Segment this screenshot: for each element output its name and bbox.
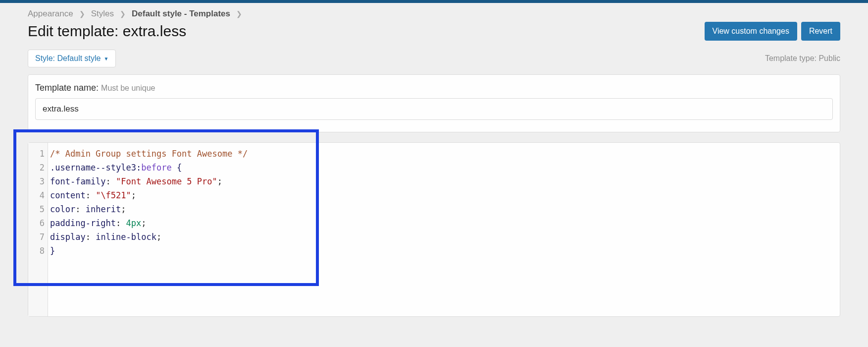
breadcrumb-appearance[interactable]: Appearance (28, 9, 73, 19)
line-number: 4 (28, 188, 45, 202)
code-body[interactable]: /* Admin Group settings Font Awesome */ … (48, 143, 248, 316)
view-custom-changes-button[interactable]: View custom changes (705, 22, 797, 41)
code-line: .username--style3:before { (50, 161, 248, 174)
code-line: } (50, 244, 248, 258)
code-line: content: "\f521"; (50, 188, 248, 202)
code-line: padding-right: 4px; (50, 216, 248, 230)
line-number: 7 (28, 230, 45, 244)
code-editor-panel: 1 2 3 4 5 6 7 8 /* Admin Group settings … (28, 142, 840, 317)
chevron-right-icon: ❯ (79, 10, 85, 18)
line-number: 2 (28, 161, 45, 174)
line-number: 8 (28, 244, 45, 258)
page-title: Edit template: extra.less (28, 23, 186, 40)
template-name-label: Template name: (35, 83, 99, 93)
breadcrumb-styles[interactable]: Styles (91, 9, 114, 19)
code-line: color: inherit; (50, 202, 248, 216)
template-type-label: Template type: Public (765, 54, 840, 63)
code-editor[interactable]: 1 2 3 4 5 6 7 8 /* Admin Group settings … (28, 143, 840, 316)
chevron-right-icon: ❯ (236, 10, 242, 18)
line-number: 3 (28, 174, 45, 188)
caret-down-icon: ▼ (104, 56, 109, 61)
style-selector-label: Style: Default style (35, 54, 101, 63)
template-name-panel: Template name: Must be unique (28, 74, 840, 132)
line-number: 6 (28, 216, 45, 230)
line-number: 1 (28, 147, 45, 161)
breadcrumb-current: Default style - Templates (132, 9, 230, 19)
code-line: display: inline-block; (50, 230, 248, 244)
revert-button[interactable]: Revert (801, 22, 840, 41)
breadcrumb: Appearance ❯ Styles ❯ Default style - Te… (28, 9, 840, 19)
action-buttons: View custom changes Revert (705, 22, 840, 41)
template-name-input[interactable] (35, 98, 833, 120)
chevron-right-icon: ❯ (120, 10, 126, 18)
code-line: font-family: "Font Awesome 5 Pro"; (50, 174, 248, 188)
line-number-gutter: 1 2 3 4 5 6 7 8 (28, 143, 48, 316)
code-line: /* Admin Group settings Font Awesome */ (50, 147, 248, 161)
template-name-hint: Must be unique (101, 84, 155, 92)
style-selector-dropdown[interactable]: Style: Default style ▼ (28, 50, 116, 67)
line-number: 5 (28, 202, 45, 216)
